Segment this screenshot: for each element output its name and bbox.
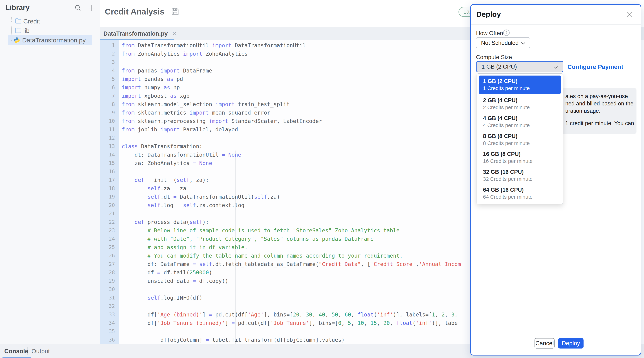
plus-icon[interactable]	[88, 4, 96, 12]
how-often-select[interactable]: Not Scheduled	[476, 37, 530, 48]
line-number: 32	[100, 302, 115, 310]
code-text: za: ZohoAnalytics = None	[122, 159, 212, 167]
tab-label: DataTransformation.py	[104, 30, 168, 37]
deploy-dialog: Deploy How Often ? Not Scheduled Compute…	[470, 4, 641, 355]
search-icon[interactable]	[74, 4, 82, 12]
code-text: import xgboost as xgb	[122, 92, 190, 100]
line-number: 33	[100, 310, 115, 319]
line-number: 1	[100, 41, 115, 50]
line-number: 18	[100, 184, 115, 193]
close-icon[interactable]	[626, 10, 634, 18]
tree-item-lib[interactable]: lib	[0, 26, 100, 36]
compute-option-8-gb-8-cpu-[interactable]: 8 GB (8 CPU)8 Credits per minute	[477, 131, 563, 149]
console-tab-output[interactable]: Output	[32, 344, 50, 358]
line-number: 17	[100, 176, 115, 184]
line-number: 24	[100, 235, 115, 243]
line-number: 28	[100, 268, 115, 277]
line-number: 22	[100, 218, 115, 226]
console-active-underline	[2, 357, 31, 358]
code-text: df: DataFrame = self.dt.fetch_tabledata_…	[122, 260, 461, 268]
code-text: self.za = za	[122, 184, 186, 193]
line-number: 13	[100, 142, 115, 151]
cancel-button[interactable]: Cancel	[534, 338, 554, 348]
help-icon[interactable]: ?	[503, 30, 510, 36]
code-text: self.log = self.za.context.log	[122, 201, 244, 209]
code-text: # You can modify the table name and colu…	[122, 251, 403, 260]
line-number: 29	[100, 277, 115, 285]
line-number: 36	[100, 336, 115, 344]
line-number: 25	[100, 243, 115, 251]
code-text: from ZohoAnalytics import ZohoAnalytics	[122, 50, 248, 58]
compute-option-4-gb-4-cpu-[interactable]: 4 GB (4 CPU)4 Credits per minute	[477, 113, 563, 131]
line-number: 7	[100, 92, 115, 100]
chevron-down-icon	[521, 42, 526, 45]
option-subtitle: 4 Credits per minute	[483, 122, 563, 129]
compute-option-16-gb-8-cpu-[interactable]: 16 GB (8 CPU)16 Credits per minute	[477, 149, 563, 166]
compute-option-64-gb-16-cpu-[interactable]: 64 GB (16 CPU)64 Credits per minute	[477, 184, 563, 202]
code-text: from DataTransformationUtil import DataT…	[122, 41, 306, 50]
line-number: 9	[100, 109, 115, 117]
configure-payment-link[interactable]: Configure Payment	[568, 63, 623, 70]
line-number: 15	[100, 159, 115, 167]
compute-size-dropdown: 1 GB (2 CPU)1 Credits per minute2 GB (4 …	[476, 73, 563, 204]
line-number: 20	[100, 201, 115, 209]
code-text: def process_data(self):	[122, 218, 209, 226]
tree-item-label: lib	[23, 27, 30, 34]
option-subtitle: 1 Credits per minute	[483, 85, 561, 92]
line-number: 11	[100, 125, 115, 134]
deploy-button[interactable]: Deploy	[558, 338, 584, 348]
folder-icon	[15, 28, 22, 33]
tree-item-datatransformation-py[interactable]: DataTransformation.py	[0, 36, 100, 45]
option-subtitle: 8 Credits per minute	[483, 140, 563, 147]
tab-close-icon[interactable]: ✕	[172, 31, 176, 37]
console-tab-console[interactable]: Console	[4, 344, 28, 358]
tree-connector-stub	[12, 21, 16, 22]
line-number: 5	[100, 75, 115, 83]
code-text: # Below line of sample code is used to f…	[122, 226, 400, 235]
code-text: # and assign it in df variable.	[122, 243, 248, 251]
code-text: class DataTransformation:	[122, 142, 202, 151]
code-text: def __init__(self, za):	[122, 176, 209, 184]
code-text: df[objColumn] = label.fit_transform(df[o…	[122, 336, 344, 344]
code-text: df = df.tail(250000)	[122, 268, 212, 277]
chevron-down-icon	[553, 66, 558, 69]
line-number: 27	[100, 260, 115, 268]
code-text: from sklearn.metrics import mean_squared…	[122, 109, 270, 117]
line-number: 31	[100, 293, 115, 302]
line-number: 10	[100, 117, 115, 125]
save-icon[interactable]	[172, 8, 179, 16]
how-often-value: Not Scheduled	[481, 40, 518, 46]
code-text: df['Age (binned)'] = pd.cut(df['Age'], b…	[122, 310, 458, 319]
compute-size-select[interactable]: 1 GB (2 CPU)	[476, 61, 563, 72]
line-number: 35	[100, 327, 115, 336]
compute-option-32-gb-16-cpu-[interactable]: 32 GB (16 CPU)32 Credits per minute	[477, 166, 563, 184]
deploy-dialog-title: Deploy	[476, 10, 501, 19]
tree-item-label: Credit	[23, 18, 40, 25]
option-title: 64 GB (16 CPU)	[483, 186, 563, 193]
option-title: 1 GB (2 CPU)	[483, 78, 561, 85]
option-title: 4 GB (4 CPU)	[483, 115, 563, 122]
option-subtitle: 16 Credits per minute	[483, 158, 563, 165]
tree-item-credit[interactable]: Credit	[0, 17, 100, 26]
page-title: Credit Analysis	[105, 7, 164, 17]
line-number: 2	[100, 50, 115, 58]
code-text: # with "Date", "Product Category", "Sale…	[122, 235, 374, 243]
code-text: import pandas as pd	[122, 75, 183, 83]
code-text: from sklearn.model_selection import trai…	[122, 100, 290, 109]
compute-option-2-gb-4-cpu-[interactable]: 2 GB (4 CPU)2 Credits per minute	[477, 95, 563, 113]
library-title: Library	[5, 4, 30, 12]
code-text: df['Job Tenure (binned)'] = pd.cut(df['J…	[122, 319, 458, 327]
option-title: 16 GB (8 CPU)	[483, 151, 563, 158]
compute-option-1-gb-2-cpu-[interactable]: 1 GB (2 CPU)1 Credits per minute	[479, 76, 561, 94]
line-number: 26	[100, 251, 115, 260]
deploy-dialog-header: Deploy	[471, 5, 640, 25]
line-number: 30	[100, 285, 115, 293]
tree-item-label: DataTransformation.py	[22, 37, 86, 44]
compute-size-label: Compute Size	[476, 54, 512, 61]
option-subtitle: 2 Credits per minute	[483, 104, 563, 111]
option-title: 8 GB (8 CPU)	[483, 133, 563, 140]
line-number: 6	[100, 83, 115, 92]
line-number: 12	[100, 134, 115, 142]
line-number: 16	[100, 167, 115, 176]
code-text: self.log.INFO(df)	[122, 293, 202, 302]
